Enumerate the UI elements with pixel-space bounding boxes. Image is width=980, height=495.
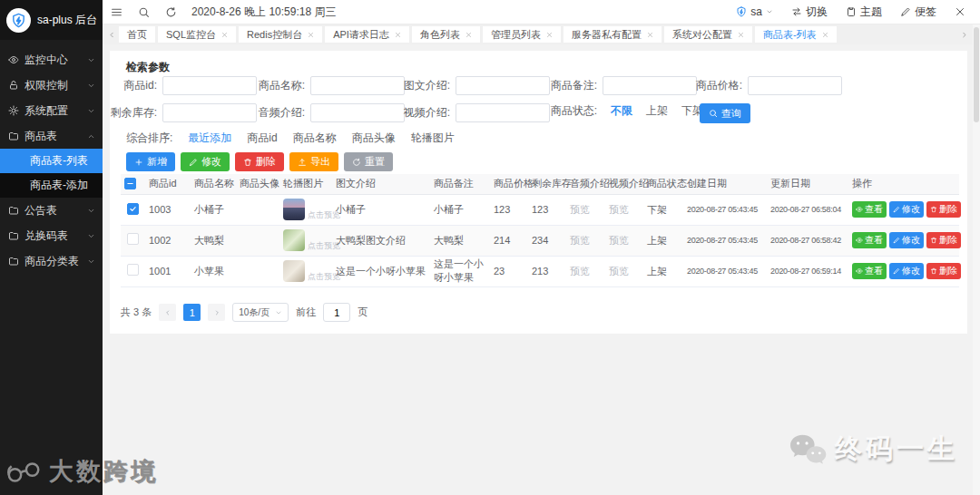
refresh-icon[interactable] [157, 0, 184, 24]
row-checkbox[interactable] [127, 233, 139, 245]
delete-button[interactable]: 删除 [235, 152, 284, 171]
note-button[interactable]: 便签 [900, 5, 936, 20]
tabs-scroll-left-button[interactable] [104, 24, 119, 44]
goto-page-input[interactable] [323, 303, 350, 322]
col-audio: 音频介绍 [566, 174, 605, 194]
close-icon[interactable] [395, 32, 401, 38]
close-icon[interactable] [466, 32, 472, 38]
pencil-icon [893, 237, 900, 244]
sidebar-item-goods-add[interactable]: 商品表-添加 [0, 173, 103, 198]
row-delete-button[interactable]: 删除 [926, 201, 961, 218]
switch-button[interactable]: 切换 [791, 5, 828, 20]
row-checkbox[interactable] [127, 264, 139, 276]
sidebar-item-monitor[interactable]: 监控中心 [0, 47, 103, 73]
sidebar-item-system-config[interactable]: 系统配置 [0, 98, 103, 123]
theme-button[interactable]: 主题 [846, 5, 882, 20]
sidebar-item-goods-category[interactable]: 商品分类表 [0, 248, 103, 274]
close-icon[interactable] [308, 32, 314, 38]
row-delete-button[interactable]: 删除 [926, 263, 961, 279]
trash-icon [930, 237, 937, 244]
tab-server-private-config[interactable]: 服务器私有配置 [564, 26, 662, 43]
scrollbar-thumb[interactable] [974, 27, 979, 122]
row-edit-button[interactable]: 修改 [889, 263, 924, 279]
next-page-button[interactable] [208, 304, 225, 321]
video-label: 视频介绍: [397, 105, 450, 121]
close-icon[interactable] [221, 32, 228, 38]
sort-goods-name[interactable]: 商品名称 [293, 131, 337, 146]
reset-button[interactable]: 重置 [344, 152, 393, 171]
search-icon[interactable] [130, 0, 157, 24]
sidebar-item-notice-table[interactable]: 公告表 [0, 198, 103, 223]
video-preview-link[interactable]: 预览 [609, 266, 629, 277]
eye-icon [856, 267, 863, 275]
col-avatar: 商品头像 [236, 174, 279, 194]
status-option-on[interactable]: 上架 [646, 103, 668, 119]
prev-page-button[interactable] [159, 304, 176, 321]
page-size-select[interactable]: 10条/页 [232, 303, 289, 322]
tab-api-log[interactable]: API请求日志 [325, 26, 409, 43]
row-view-button[interactable]: 查看 [852, 232, 887, 248]
audio-preview-link[interactable]: 预览 [570, 266, 590, 277]
vertical-scrollbar [973, 24, 980, 495]
tabs-scroll-right-button[interactable] [956, 24, 971, 44]
video-input[interactable] [456, 103, 550, 122]
query-button[interactable]: 查询 [700, 103, 750, 123]
tab-goods-list[interactable]: 商品表-列表 [755, 26, 837, 43]
price-input[interactable] [748, 76, 842, 95]
sidebar-item-goods-table[interactable]: 商品表 [0, 123, 103, 149]
sidebar-item-redeem-table[interactable]: 兑换码表 [0, 223, 103, 248]
stock-input[interactable] [162, 103, 257, 122]
username: sa [750, 5, 762, 18]
goods-id-label: 商品id: [104, 78, 157, 93]
status-text: 上架 [643, 225, 683, 256]
row-delete-button[interactable]: 删除 [926, 232, 961, 248]
audio-preview-link[interactable]: 预览 [570, 235, 590, 246]
fullscreen-close-button[interactable] [955, 6, 965, 17]
sidebar-item-permission[interactable]: 权限控制 [0, 73, 103, 98]
sidebar-item-goods-list[interactable]: 商品表-列表 [0, 149, 103, 173]
close-icon[interactable] [647, 32, 653, 38]
search-section-title: 检索参数 [126, 60, 170, 75]
total-count: 共 3 条 [121, 306, 152, 319]
row-edit-button[interactable]: 修改 [889, 232, 924, 248]
carousel-image[interactable] [283, 260, 305, 282]
close-icon[interactable] [822, 32, 828, 38]
goods-name-input[interactable] [310, 76, 405, 95]
sort-recent[interactable]: 最近添加 [188, 131, 231, 146]
current-page-button[interactable]: 1 [183, 304, 201, 321]
row-view-button[interactable]: 查看 [852, 201, 887, 218]
user-menu[interactable]: sa [736, 5, 773, 18]
tab-sql-monitor[interactable]: SQL监控台 [158, 26, 236, 43]
close-icon[interactable] [546, 32, 553, 38]
carousel-image[interactable] [283, 199, 305, 220]
carousel-image[interactable] [283, 229, 305, 251]
hamburger-menu-icon[interactable] [103, 0, 130, 24]
row-view-button[interactable]: 查看 [852, 263, 887, 279]
audio-input[interactable] [310, 103, 405, 122]
intro-input[interactable] [456, 76, 550, 95]
sort-goods-avatar[interactable]: 商品头像 [352, 131, 396, 146]
video-preview-link[interactable]: 预览 [609, 204, 629, 215]
row-checkbox[interactable] [127, 203, 139, 215]
sort-goods-id[interactable]: 商品id [247, 131, 277, 146]
row-edit-button[interactable]: 修改 [889, 201, 924, 218]
sort-carousel[interactable]: 轮播图片 [411, 131, 455, 146]
select-all-checkbox[interactable] [124, 178, 136, 189]
tab-system-public-config[interactable]: 系统对公配置 [664, 26, 752, 43]
add-button[interactable]: 新增 [126, 152, 175, 171]
tab-admin-list[interactable]: 管理员列表 [483, 26, 561, 43]
export-button[interactable]: 导出 [289, 152, 338, 171]
goods-id-input[interactable] [162, 76, 257, 95]
tab-redis-console[interactable]: Redis控制台 [239, 26, 322, 43]
tab-role-list[interactable]: 角色列表 [412, 26, 480, 43]
trash-icon [930, 206, 937, 213]
remark-input[interactable] [603, 76, 697, 95]
close-icon[interactable] [738, 32, 744, 38]
status-option-any[interactable]: 不限 [611, 103, 632, 119]
clipboard-icon [846, 6, 857, 17]
audio-preview-link[interactable]: 预览 [570, 204, 590, 215]
tab-home[interactable]: 首页 [119, 26, 155, 43]
status-text: 下架 [643, 194, 683, 225]
video-preview-link[interactable]: 预览 [609, 235, 629, 246]
edit-button[interactable]: 修改 [181, 152, 230, 171]
